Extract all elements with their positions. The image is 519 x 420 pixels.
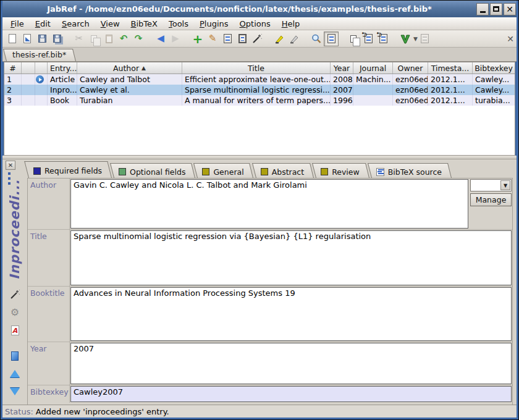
name-format-select[interactable]: ▼ [470, 179, 512, 191]
tab-abstract[interactable]: Abstract [256, 163, 314, 178]
menu-search[interactable]: Search [56, 19, 95, 29]
col-author[interactable]: Author▲ [77, 62, 182, 74]
mark-entries-icon[interactable] [272, 32, 287, 46]
toggle-preview-icon[interactable] [324, 32, 339, 46]
copy-icon[interactable] [86, 32, 101, 46]
year-field[interactable]: 2007 [70, 343, 512, 384]
new-entry-icon[interactable]: + [190, 32, 205, 46]
open-pdf-icon[interactable]: A [9, 324, 21, 337]
menu-file[interactable]: File [5, 19, 30, 29]
col-icon2[interactable] [35, 62, 48, 74]
edit-entry-icon[interactable]: ✎ [205, 32, 220, 46]
menu-tools[interactable]: Tools [163, 19, 194, 29]
push-to-vim-icon[interactable] [398, 32, 413, 46]
gear-icon[interactable]: ⚙ [9, 306, 21, 319]
forward-icon[interactable]: ▶ [168, 32, 183, 46]
unmark-entries-icon[interactable] [287, 32, 302, 46]
jabref-window: JabRef - /home/ezn06edu/Documents/nonfic… [0, 0, 519, 420]
copy-citation-icon[interactable] [346, 32, 361, 46]
maximize-button[interactable] [490, 3, 502, 15]
menu-plugins[interactable]: Plugins [194, 19, 234, 29]
entry-editor: ✕ Inproceedi... ⚙ A ? Required fields [2, 159, 517, 405]
close-button[interactable]: ✕ [504, 3, 516, 15]
optional-fields-icon [119, 168, 126, 175]
tab-optional-fields[interactable]: Optional fields [114, 163, 195, 178]
push-to-texeditor-icon[interactable]: ⮌ [376, 32, 390, 46]
minimize-button[interactable] [476, 3, 489, 15]
tab-required-fields[interactable]: Required fields [28, 161, 112, 178]
entry-type-label: Inproceedi... [7, 187, 22, 280]
booktitle-field-label: Booktitle [28, 287, 70, 342]
col-owner[interactable]: Owner [393, 62, 428, 74]
col-timestamp[interactable]: Timesta... [428, 62, 473, 74]
editor-tab-strip: Required fields Optional fields General … [27, 159, 513, 178]
table-row[interactable]: 1 Article Cawley and Talbot Efficient ap… [4, 74, 515, 85]
open-file-icon[interactable] [9, 350, 21, 362]
menu-bibtex[interactable]: BibTeX [125, 19, 163, 29]
table-row-selected[interactable]: 2 Inpro... Cawley et al. Sparse multinom… [4, 85, 515, 95]
title-field-label: Title [28, 230, 70, 286]
menu-view[interactable]: View [95, 19, 125, 29]
open-database-icon[interactable] [20, 32, 35, 46]
booktitle-field[interactable]: Advances in Neural Information Processin… [70, 287, 512, 341]
back-icon[interactable]: ◀ [153, 32, 168, 46]
review-icon [321, 168, 328, 175]
cleanup-wand-icon[interactable] [250, 32, 264, 46]
database-tab-strip: thesis-ref.bib* [2, 48, 517, 62]
cut-icon[interactable]: ✂ [72, 32, 86, 46]
move-up-icon[interactable] [9, 368, 21, 380]
author-field[interactable]: Gavin C. Cawley and Nicola L. C. Talbot … [70, 179, 468, 229]
table-header: # Entry... Author▲ Title Year Journal Ow… [4, 62, 515, 74]
url-icon[interactable] [36, 75, 44, 83]
push-dropdown-icon[interactable]: ▼ [413, 36, 418, 42]
title-bar[interactable]: JabRef - /home/ezn06edu/Documents/nonfic… [2, 1, 517, 17]
move-down-icon[interactable] [9, 385, 21, 398]
source-lines-icon [376, 168, 384, 176]
status-prefix: Status: [5, 407, 33, 416]
bibtexkey-field[interactable]: Cawley2007 [70, 386, 512, 402]
generate-key-wand-icon[interactable] [9, 288, 21, 301]
manage-button[interactable]: Manage [470, 193, 512, 206]
status-bar: Status: Added new 'inproceedings' entry. [2, 405, 517, 418]
table-row[interactable]: 3 Book Turabian A manual for writers of … [4, 95, 515, 106]
col-entrytype[interactable]: Entry... [48, 62, 77, 74]
col-year[interactable]: Year [331, 62, 353, 74]
redo-icon[interactable]: ↷ [131, 32, 146, 46]
sort-ascending-icon: ▲ [141, 65, 146, 71]
undo-icon[interactable]: ↶ [116, 32, 131, 46]
menu-edit[interactable]: Edit [30, 19, 56, 29]
tab-review[interactable]: Review [316, 163, 369, 178]
table-empty-area [4, 106, 515, 155]
toolbar-close-icon[interactable]: ✕ [507, 34, 514, 44]
required-fields-icon [33, 167, 41, 175]
search-icon[interactable] [309, 32, 324, 46]
chevron-down-icon: ▼ [500, 180, 510, 190]
edit-preamble-icon[interactable] [220, 32, 235, 46]
tab-bibtex-source[interactable]: BibTeX source [371, 163, 452, 178]
save-all-icon[interactable] [49, 32, 64, 46]
menu-options[interactable]: Options [234, 19, 276, 29]
col-journal[interactable]: Journal [353, 62, 393, 74]
col-num[interactable]: # [4, 62, 22, 74]
edit-strings-icon[interactable] [235, 32, 250, 46]
paste-icon[interactable] [101, 32, 116, 46]
col-icon1[interactable] [22, 62, 35, 74]
col-title[interactable]: Title [182, 62, 331, 74]
push-to-editor-icon[interactable]: ⮌ [361, 32, 376, 46]
window-title: JabRef - /home/ezn06edu/Documents/nonfic… [2, 4, 476, 14]
save-database-icon[interactable] [35, 32, 49, 46]
title-field[interactable]: Sparse multinomial logistic regression v… [70, 230, 512, 285]
database-tab[interactable]: thesis-ref.bib* [6, 49, 76, 61]
push-to-lyx-icon[interactable] [418, 32, 432, 46]
close-editor-icon[interactable]: ✕ [6, 161, 15, 170]
col-bibtexkey[interactable]: Bibtexkey [473, 62, 515, 74]
year-field-label: Year [28, 342, 70, 385]
editor-fields: Author Gavin C. Cawley and Nicola L. C. … [27, 178, 513, 405]
menu-help[interactable]: Help [276, 19, 306, 29]
entry-table: # Entry... Author▲ Title Year Journal Ow… [4, 62, 515, 156]
menu-bar: File Edit Search View BibTeX Tools Plugi… [2, 17, 517, 30]
tab-general[interactable]: General [197, 163, 253, 178]
editor-side-strip: ✕ Inproceedi... ⚙ A ? [2, 159, 27, 405]
status-message: Added new 'inproceedings' entry. [36, 407, 169, 416]
new-database-icon[interactable] [5, 32, 20, 46]
